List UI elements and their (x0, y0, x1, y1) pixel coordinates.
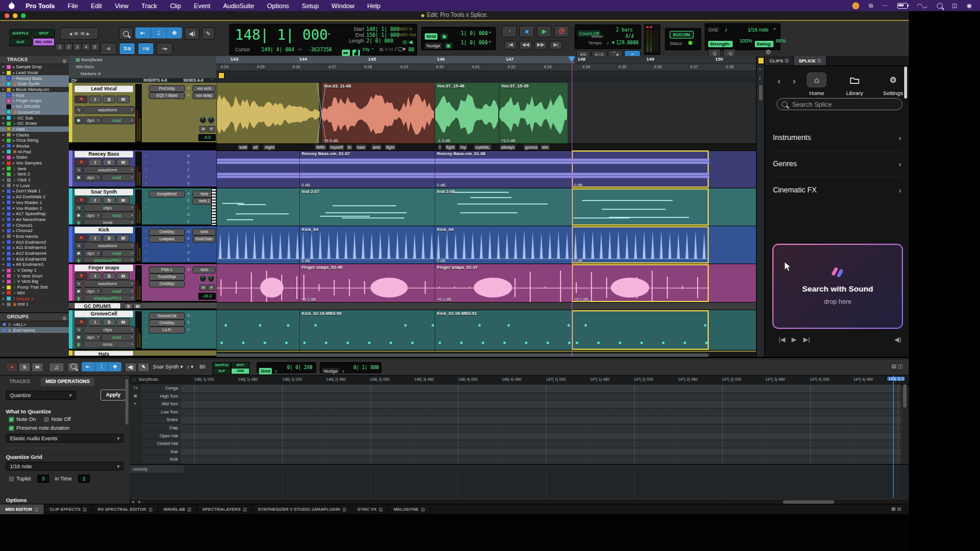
send-slot[interactable]: Verb (192, 266, 216, 273)
insert-slot[interactable]: ProComp (149, 85, 185, 92)
insert-slot-dot[interactable] (145, 335, 147, 337)
midi-grid-row[interactable]: Grid ♪ (259, 364, 277, 375)
track-list-item[interactable]: ▾ V Love (0, 183, 69, 188)
zoomer-tool[interactable] (68, 363, 79, 372)
track-list-item[interactable]: ▸ Don't Walk 1 (0, 188, 69, 194)
midi-lane-tools[interactable]: T▾ ▣ ▸ (130, 384, 142, 464)
markers-strip[interactable] (216, 71, 764, 79)
audio-clip[interactable]: Kick_040 dB (299, 226, 435, 264)
track-show-dot[interactable] (2, 162, 4, 164)
input-monitor-button[interactable]: I (89, 96, 102, 103)
audio-clip[interactable]: 0 dB (572, 226, 709, 264)
window-titlebar[interactable]: ◆Edit: Pro Tools x Splice. (0, 11, 909, 20)
track-header-hats[interactable]: Hats (69, 350, 216, 357)
elastic-audio-selector[interactable]: none (83, 219, 135, 226)
track-show-dot[interactable] (2, 66, 4, 68)
insert-slot-dot[interactable] (145, 220, 147, 222)
insert-slot[interactable]: Lo-Fi (149, 327, 185, 334)
solo-button[interactable]: S (124, 303, 133, 310)
menu-item[interactable]: AudioSuite (223, 2, 254, 9)
audio-clip[interactable]: Inst 2-07 (299, 188, 435, 226)
track-show-dot[interactable] (2, 241, 4, 243)
audio-clip[interactable] (216, 310, 299, 350)
quantize-grid-dropdown[interactable]: 1/16 note (6, 462, 124, 471)
selection-start[interactable]: 148| 1| 000 (366, 26, 399, 32)
audio-clip[interactable]: Vox.03_11-08+5.5 dB (321, 83, 435, 143)
track-view-selector[interactable]: clips (83, 204, 135, 212)
track-lane-soar-synth[interactable]: Inst 2-07Inst 2-08 (216, 188, 764, 227)
link-timeline-icon[interactable]: ⇅⊞ (119, 43, 135, 55)
track-lane-lead-vocal[interactable]: Vox.03_11-08+5.5 dBVox.07_15-46-1.0 dBVo… (216, 83, 764, 145)
splice-scroll-thumb[interactable] (904, 66, 907, 99)
solo-button[interactable]: S (103, 96, 116, 103)
menu-item[interactable]: Edit (91, 2, 102, 9)
audio-clip[interactable]: Reecey Bass-cm_01-080 dB (435, 150, 572, 188)
insert-slot-dot[interactable] (145, 115, 147, 117)
elastic-audio-dropdown[interactable]: Elastic Audio Events (6, 434, 124, 443)
play-button[interactable]: ▶ (537, 26, 552, 37)
tracks-panel-menu-icon[interactable]: ◎ (62, 57, 66, 65)
insert-slot-dot[interactable] (145, 101, 147, 103)
scrubber-tool[interactable]: ◀) (125, 363, 136, 372)
midi-grid-value[interactable]: 0| 0| 240 (287, 365, 312, 370)
input-monitor-button[interactable]: I (89, 196, 102, 204)
elastic-audio-selector[interactable]: elastiquePRO (83, 294, 135, 302)
record-enable-button[interactable] (75, 96, 88, 103)
lyric-clip[interactable]: eyelids, (474, 145, 491, 150)
edit-mode-shuffle[interactable]: SHUFFLE (9, 29, 32, 37)
in-time-n-field[interactable]: 2 (78, 475, 90, 483)
ops-scroll-thumb[interactable] (125, 379, 128, 424)
drum-lane-name[interactable]: Conga (141, 384, 181, 392)
zoom-preset-4[interactable]: 4 (82, 43, 90, 51)
drum-lane-name[interactable]: Clap (141, 424, 181, 432)
track-show-dot[interactable] (2, 236, 4, 237)
insert-slot-dot[interactable] (145, 87, 147, 89)
bars-ruler[interactable]: 143144145146147148149150 (216, 56, 764, 64)
track-name[interactable]: Reecey Bass (75, 151, 133, 157)
track-name[interactable]: GC DRUMS (75, 303, 120, 310)
solo-button[interactable]: S (103, 318, 116, 326)
track-show-dot[interactable] (2, 219, 4, 220)
track-list-item[interactable]: ▸ Clacks (0, 132, 69, 138)
home-icon[interactable]: ⌂ (807, 72, 827, 87)
track-show-dot[interactable] (2, 83, 4, 85)
bottom-window-tab[interactable]: MELODYNE◫ (388, 504, 430, 514)
menu-item[interactable]: Event (194, 2, 210, 9)
track-list-item[interactable]: ⇣ Click 1 (0, 177, 69, 183)
automation-mode-selector[interactable]: read (102, 117, 135, 124)
operation-selector[interactable]: Quantize (6, 391, 76, 400)
track-list-item[interactable]: ▸ A10 EndHarm2 (0, 239, 69, 245)
track-list-item[interactable]: ▸ Chorus2 (0, 228, 69, 234)
send-pre-button[interactable]: P (208, 285, 215, 291)
lyric-clip[interactable]: myself (329, 145, 344, 150)
drum-lane-name[interactable]: Snare (141, 416, 181, 424)
track-list-item[interactable]: ▸ Kick (0, 92, 69, 98)
library-folder-icon[interactable] (845, 72, 864, 87)
screen-record-icon[interactable]: ↓ (852, 2, 859, 9)
lyric-clip[interactable]: all (252, 145, 259, 150)
track-show-dot[interactable] (2, 303, 4, 305)
track-list-item[interactable]: ▦ GrooveCell (0, 110, 69, 115)
track-list-item[interactable]: ⇣ Pump That Shit (0, 285, 69, 290)
pan-knob[interactable] (208, 117, 215, 124)
audio-clip[interactable] (216, 150, 299, 188)
track-show-dot[interactable] (2, 230, 4, 231)
menu-item[interactable]: Pro Tools (26, 2, 55, 9)
track-header-groovecell[interactable]: GrooveCellISMϟclips✱dynread▮noneGrooveCe… (69, 310, 216, 350)
pencil-mode-icon[interactable]: ∕ ▢▾ (396, 46, 405, 52)
audio-clip[interactable] (572, 188, 709, 226)
side-panel-tab[interactable]: SPLICE◫ (794, 56, 827, 65)
track-show-dot[interactable] (2, 247, 4, 248)
menu-item[interactable]: Setup (302, 2, 319, 9)
audio-clip[interactable]: Vox.07_15-39+3.0 dB (499, 83, 568, 143)
track-show-dot[interactable] (2, 190, 4, 192)
track-show-dot[interactable] (2, 78, 4, 79)
track-lane-reecey-bass[interactable]: Reecey Bass-cm_01-070 dBReecey Bass-cm_0… (216, 150, 764, 189)
mute-button[interactable]: M (117, 159, 130, 166)
insert-slot[interactable]: EQ3 7-Band (149, 92, 185, 99)
insert-slot-dot[interactable] (145, 258, 147, 260)
midi-nudge-row[interactable]: Nudge ♪ (322, 364, 345, 375)
track-show-dot[interactable] (2, 72, 4, 73)
track-show-dot[interactable] (2, 100, 4, 101)
track-list-item[interactable]: ▸ Sample Drop (0, 64, 69, 70)
